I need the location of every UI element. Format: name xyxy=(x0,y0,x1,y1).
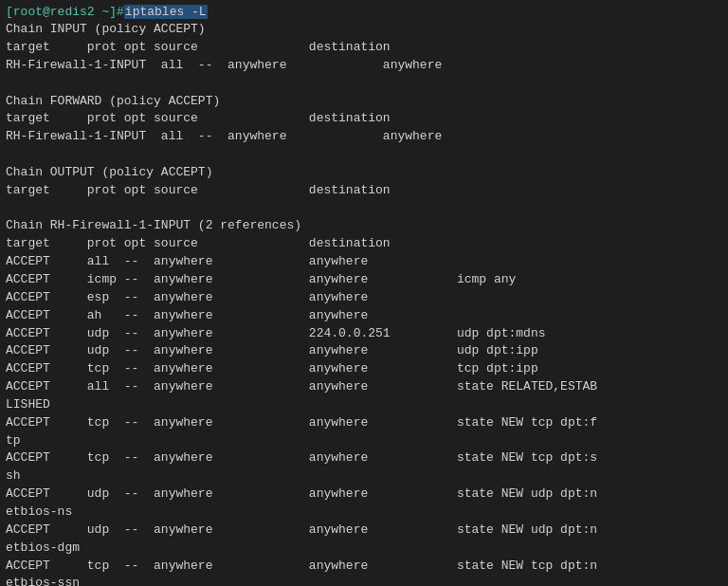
prompt-user: [root@redis2 ~]# xyxy=(6,5,124,19)
terminal-output: Chain INPUT (policy ACCEPT) target prot … xyxy=(6,21,722,586)
command-text: iptables -L xyxy=(124,5,208,19)
prompt-line: [root@redis2 ~]#iptables -L xyxy=(6,4,722,21)
terminal-window: [root@redis2 ~]#iptables -L Chain INPUT … xyxy=(0,0,728,586)
